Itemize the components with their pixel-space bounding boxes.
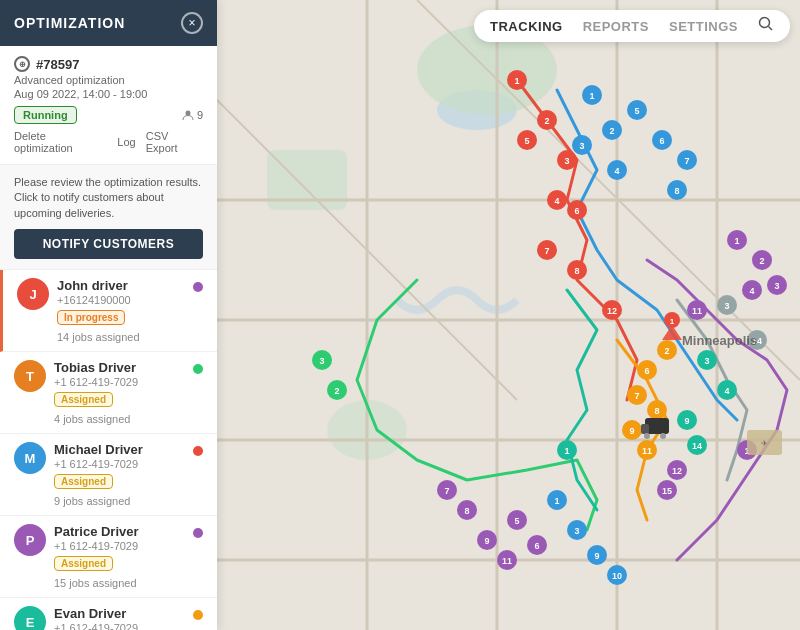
- svg-text:11: 11: [642, 446, 652, 456]
- driver-item[interactable]: EEvan Driver+1 612-419-7029Assigned12 jo…: [0, 598, 217, 630]
- tab-settings[interactable]: SETTINGS: [669, 19, 738, 34]
- driver-avatar: J: [17, 278, 49, 310]
- svg-line-127: [769, 27, 773, 31]
- driver-list: JJohn driver+16124190000In progress14 jo…: [0, 270, 217, 630]
- driver-item[interactable]: PPatrice Driver+1 612-419-7029Assigned15…: [0, 516, 217, 598]
- svg-text:✈: ✈: [761, 439, 768, 448]
- svg-text:8: 8: [464, 506, 469, 516]
- driver-item[interactable]: TTobias Driver+1 612-419-7029Assigned4 j…: [0, 352, 217, 434]
- svg-text:2: 2: [759, 256, 764, 266]
- svg-text:9: 9: [629, 426, 634, 436]
- svg-text:2: 2: [664, 346, 669, 356]
- tab-reports[interactable]: REPORTS: [583, 19, 649, 34]
- opt-icon: ⊕: [14, 56, 30, 72]
- driver-name: Michael Driver: [54, 442, 185, 457]
- svg-text:4: 4: [614, 166, 619, 176]
- sidebar: OPTIMIZATION × ⊕ #78597 Advanced optimiz…: [0, 0, 217, 630]
- svg-text:4: 4: [724, 386, 729, 396]
- driver-item[interactable]: JJohn driver+16124190000In progress14 jo…: [0, 270, 217, 352]
- opt-type: Advanced optimization: [14, 74, 203, 86]
- svg-text:15: 15: [662, 486, 672, 496]
- jobs-count: 4 jobs assigned: [54, 413, 130, 425]
- close-button[interactable]: ×: [181, 12, 203, 34]
- driver-name: Evan Driver: [54, 606, 185, 621]
- svg-text:8: 8: [674, 186, 679, 196]
- driver-name: Tobias Driver: [54, 360, 185, 375]
- driver-color-dot: [193, 610, 203, 620]
- svg-text:1: 1: [734, 236, 739, 246]
- map-area: 1 2 3 4 5 6 7 8 1 2 3 4 5 6 7 8 1 2 3 4 …: [217, 0, 800, 630]
- driver-name: John driver: [57, 278, 185, 293]
- svg-text:1: 1: [564, 446, 569, 456]
- svg-text:1: 1: [589, 91, 594, 101]
- svg-text:8: 8: [654, 406, 659, 416]
- svg-text:2: 2: [544, 116, 549, 126]
- notify-description: Please review the optimization results. …: [14, 175, 203, 221]
- svg-rect-95: [641, 424, 649, 434]
- svg-text:7: 7: [444, 486, 449, 496]
- person-icon: [182, 109, 194, 121]
- svg-text:6: 6: [659, 136, 664, 146]
- svg-text:9: 9: [594, 551, 599, 561]
- jobs-count: 9 jobs assigned: [54, 495, 130, 507]
- driver-count: 9: [182, 109, 203, 121]
- status-badge[interactable]: Assigned: [54, 474, 113, 489]
- svg-text:9: 9: [684, 416, 689, 426]
- svg-text:5: 5: [514, 516, 519, 526]
- svg-text:3: 3: [774, 281, 779, 291]
- svg-text:14: 14: [692, 441, 702, 451]
- driver-info: Tobias Driver+1 612-419-7029Assigned4 jo…: [54, 360, 185, 425]
- search-icon[interactable]: [758, 16, 774, 36]
- svg-text:3: 3: [724, 301, 729, 311]
- status-badge[interactable]: Assigned: [54, 556, 113, 571]
- sidebar-title: OPTIMIZATION: [14, 15, 125, 31]
- svg-text:3: 3: [564, 156, 569, 166]
- tab-tracking[interactable]: TRACKING: [490, 19, 563, 34]
- svg-text:4: 4: [749, 286, 754, 296]
- driver-info: John driver+16124190000In progress14 job…: [57, 278, 185, 343]
- driver-info: Patrice Driver+1 612-419-7029Assigned15 …: [54, 524, 185, 589]
- driver-info: Michael Driver+1 612-419-7029Assigned9 j…: [54, 442, 185, 507]
- svg-text:2: 2: [334, 386, 339, 396]
- csv-export-link[interactable]: CSV Export: [146, 130, 203, 154]
- notify-section: Please review the optimization results. …: [0, 165, 217, 270]
- driver-color-dot: [193, 446, 203, 456]
- svg-text:11: 11: [692, 306, 702, 316]
- opt-actions: Delete optimization Log CSV Export: [14, 130, 203, 154]
- svg-point-97: [660, 433, 666, 439]
- delete-optimization-link[interactable]: Delete optimization: [14, 130, 107, 154]
- log-link[interactable]: Log: [117, 136, 135, 148]
- sidebar-header: OPTIMIZATION ×: [0, 0, 217, 46]
- svg-text:11: 11: [502, 556, 512, 566]
- status-badge[interactable]: Assigned: [54, 392, 113, 407]
- notify-customers-button[interactable]: NOTIFY CUSTOMERS: [14, 229, 203, 259]
- opt-date: Aug 09 2022, 14:00 - 19:00: [14, 88, 203, 100]
- status-badge[interactable]: In progress: [57, 310, 125, 325]
- svg-text:1: 1: [514, 76, 519, 86]
- svg-point-0: [185, 111, 190, 116]
- svg-text:1: 1: [554, 496, 559, 506]
- svg-text:Minneapolis: Minneapolis: [682, 333, 757, 348]
- opt-id-row: ⊕ #78597: [14, 56, 203, 72]
- driver-badges: In progress14 jobs assigned: [57, 310, 185, 343]
- jobs-count: 14 jobs assigned: [57, 331, 140, 343]
- optimization-info: ⊕ #78597 Advanced optimization Aug 09 20…: [0, 46, 217, 165]
- svg-text:3: 3: [319, 356, 324, 366]
- top-nav: TRACKING REPORTS SETTINGS: [474, 10, 790, 42]
- driver-info: Evan Driver+1 612-419-7029Assigned12 job…: [54, 606, 185, 630]
- driver-phone: +1 612-419-7029: [54, 622, 185, 630]
- svg-text:12: 12: [672, 466, 682, 476]
- svg-text:4: 4: [554, 196, 559, 206]
- svg-text:6: 6: [644, 366, 649, 376]
- driver-count-number: 9: [197, 109, 203, 121]
- svg-text:7: 7: [634, 391, 639, 401]
- svg-text:1: 1: [670, 317, 675, 326]
- svg-text:7: 7: [684, 156, 689, 166]
- svg-text:3: 3: [574, 526, 579, 536]
- running-badge[interactable]: Running: [14, 106, 77, 124]
- svg-text:7: 7: [544, 246, 549, 256]
- svg-point-126: [760, 18, 770, 28]
- svg-point-96: [644, 433, 650, 439]
- svg-text:3: 3: [579, 141, 584, 151]
- driver-item[interactable]: MMichael Driver+1 612-419-7029Assigned9 …: [0, 434, 217, 516]
